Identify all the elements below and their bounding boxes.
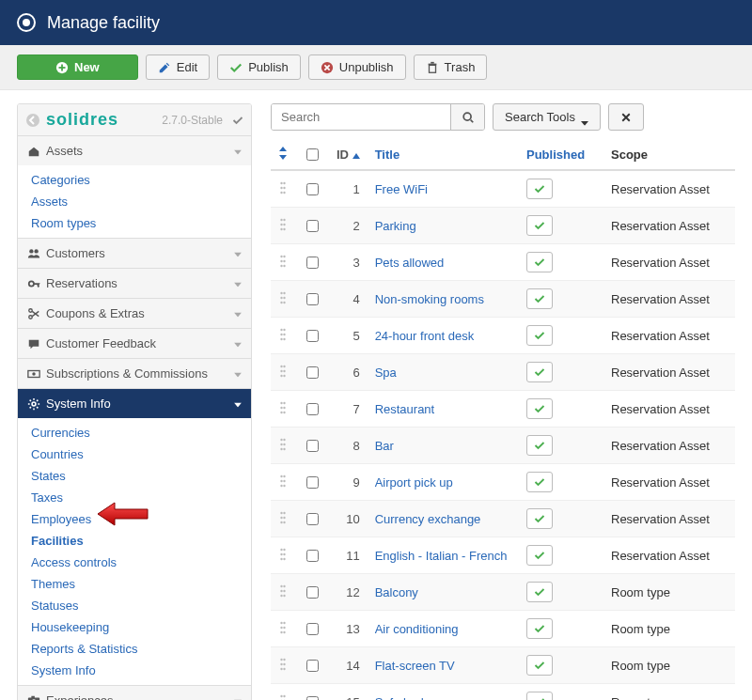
published-toggle[interactable] (526, 325, 553, 346)
drag-handle-icon[interactable] (278, 291, 288, 306)
drag-handle-icon[interactable] (278, 621, 288, 636)
trash-button[interactable]: Trash (414, 54, 488, 80)
search-clear-button[interactable] (608, 103, 644, 131)
search-input[interactable] (272, 104, 450, 130)
column-scope[interactable]: Scope (603, 140, 735, 170)
sidebar-item[interactable]: Categories (18, 169, 251, 191)
row-checkbox[interactable] (306, 183, 319, 195)
row-title-link[interactable]: Bar (375, 439, 394, 453)
published-toggle[interactable] (526, 398, 553, 419)
row-checkbox[interactable] (306, 330, 319, 342)
column-sort[interactable] (271, 140, 295, 170)
row-checkbox[interactable] (306, 513, 319, 525)
search-tools-button[interactable]: Search Tools (493, 103, 601, 131)
drag-handle-icon[interactable] (278, 365, 288, 380)
drag-handle-icon[interactable] (278, 658, 288, 673)
row-title-link[interactable]: Flat-screen TV (375, 659, 455, 673)
drag-handle-icon[interactable] (278, 511, 288, 526)
row-title-link[interactable]: Free WiFi (375, 182, 428, 196)
sidebar-item[interactable]: Currencies (18, 422, 251, 443)
published-toggle[interactable] (526, 618, 553, 639)
published-toggle[interactable] (526, 435, 553, 456)
column-select-all[interactable] (295, 140, 329, 170)
drag-handle-icon[interactable] (278, 584, 288, 599)
sidebar-group-subs[interactable]: Subscriptions & Commissions (18, 359, 251, 388)
row-checkbox[interactable] (306, 366, 319, 379)
drag-handle-icon[interactable] (278, 328, 288, 343)
column-title[interactable]: Title (368, 140, 519, 170)
sidebar-item[interactable]: States (18, 465, 251, 487)
sidebar-group-exp[interactable]: Experiences (18, 686, 251, 700)
row-title-link[interactable]: Restaurant (375, 402, 435, 416)
row-title-link[interactable]: Spa (375, 366, 397, 380)
row-title-link[interactable]: Air conditioning (375, 622, 459, 636)
drag-handle-icon[interactable] (278, 255, 288, 270)
sidebar-item[interactable]: System Info (18, 660, 251, 681)
row-title-link[interactable]: Sofa bed (375, 695, 424, 701)
edit-button[interactable]: Edit (146, 54, 210, 80)
row-title-link[interactable]: Currency exchange (375, 512, 481, 526)
row-checkbox[interactable] (306, 403, 319, 415)
row-title-link[interactable]: Balcony (375, 585, 418, 599)
row-checkbox[interactable] (306, 440, 319, 452)
row-checkbox[interactable] (306, 660, 319, 672)
row-checkbox[interactable] (306, 623, 319, 635)
new-button[interactable]: New (17, 54, 138, 80)
sidebar-item[interactable]: Countries (18, 443, 251, 465)
sidebar-group-assets[interactable]: Assets (18, 136, 251, 165)
select-all-checkbox[interactable] (306, 148, 319, 161)
sidebar-item[interactable]: Assets (18, 191, 251, 212)
sidebar-item[interactable]: Housekeeping (18, 616, 251, 638)
sidebar-item[interactable]: Employees (18, 508, 251, 530)
drag-handle-icon[interactable] (278, 694, 288, 701)
sidebar-item[interactable]: Taxes (18, 487, 251, 508)
publish-button[interactable]: Publish (217, 54, 301, 80)
sidebar-group-coupons[interactable]: Coupons & Extras (18, 299, 251, 328)
sidebar-item[interactable]: Themes (18, 573, 251, 595)
drag-handle-icon[interactable] (278, 218, 288, 233)
drag-handle-icon[interactable] (278, 181, 288, 196)
column-id[interactable]: ID (329, 140, 368, 170)
sidebar-group-sysinfo[interactable]: System Info (18, 389, 251, 418)
published-toggle[interactable] (526, 692, 553, 700)
row-title-link[interactable]: Airport pick up (375, 475, 453, 490)
sidebar-item[interactable]: Room types (18, 212, 251, 234)
published-toggle[interactable] (526, 179, 553, 199)
row-title-link[interactable]: Non-smoking rooms (375, 292, 484, 306)
published-toggle[interactable] (526, 508, 553, 529)
unpublish-button[interactable]: Unpublish (308, 54, 406, 80)
drag-handle-icon[interactable] (278, 548, 288, 563)
published-toggle[interactable] (526, 215, 553, 236)
published-toggle[interactable] (526, 288, 553, 309)
published-toggle[interactable] (526, 472, 553, 492)
column-published[interactable]: Published (519, 140, 603, 170)
drag-handle-icon[interactable] (278, 474, 288, 490)
published-toggle[interactable] (526, 655, 553, 676)
row-title-link[interactable]: Parking (375, 219, 416, 233)
search-submit-button[interactable] (450, 104, 484, 130)
row-checkbox[interactable] (306, 220, 319, 232)
published-toggle[interactable] (526, 545, 553, 566)
sidebar-item[interactable]: Statuses (18, 595, 251, 616)
row-checkbox[interactable] (306, 550, 319, 562)
row-title-link[interactable]: 24-hour front desk (375, 329, 475, 343)
published-toggle[interactable] (526, 362, 553, 382)
sidebar-group-feedback[interactable]: Customer Feedback (18, 329, 251, 358)
row-checkbox[interactable] (306, 293, 319, 305)
row-title-link[interactable]: Pets allowed (375, 256, 445, 270)
drag-handle-icon[interactable] (278, 438, 288, 453)
row-checkbox[interactable] (306, 476, 319, 489)
published-toggle[interactable] (526, 582, 553, 602)
row-checkbox[interactable] (306, 696, 319, 701)
sidebar-item[interactable]: Reports & Statistics (18, 638, 251, 660)
sidebar-group-customers[interactable]: Customers (18, 239, 251, 268)
published-toggle[interactable] (526, 252, 553, 272)
row-checkbox[interactable] (306, 257, 319, 269)
row-title-link[interactable]: English - Italian - French (375, 549, 508, 563)
drag-handle-icon[interactable] (278, 401, 288, 416)
sidebar-item[interactable]: Facilities (18, 530, 251, 552)
sidebar-item[interactable]: Access controls (18, 552, 251, 573)
back-icon[interactable] (25, 113, 40, 128)
sidebar-group-reservations[interactable]: Reservations (18, 269, 251, 298)
row-checkbox[interactable] (306, 586, 319, 599)
